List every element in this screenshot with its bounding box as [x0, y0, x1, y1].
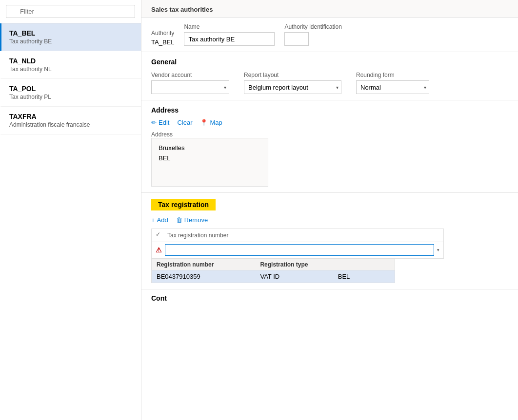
dropdown-row[interactable]: BE0437910359 VAT ID BEL: [152, 270, 395, 283]
clear-link[interactable]: Clear: [177, 119, 192, 126]
tax-reg-number-header: Tax registration number: [165, 231, 439, 240]
rounding-form-label: Rounding form: [356, 72, 429, 78]
address-box: Bruxelles BEL: [151, 138, 268, 187]
general-fields: Vendor account ▾ Report layout Belgium r…: [151, 72, 508, 94]
tax-reg-table: ✓ Tax registration number ⚠ ▾: [151, 229, 444, 259]
general-section: General Vendor account ▾ Report layout B…: [141, 52, 518, 100]
clear-label: Clear: [177, 119, 192, 126]
sidebar-item-ta-pol-title: TA_POL: [9, 85, 133, 93]
add-label: Add: [157, 216, 168, 224]
auth-id-label: Authority identification: [284, 23, 341, 30]
vendor-account-wrapper: ▾: [151, 80, 229, 94]
edit-label: Edit: [159, 119, 169, 126]
tax-reg-dropdown: Registration number Registration type BE…: [151, 259, 395, 283]
address-label: Address: [151, 131, 508, 138]
sidebar-item-taxfra-title: TAXFRA: [9, 113, 133, 120]
general-title: General: [151, 58, 508, 66]
dropdown-col-reg-type: Registration type: [260, 261, 338, 268]
sidebar: 🔍 TA_BEL Tax authority BE TA_NLD Tax aut…: [0, 0, 141, 420]
tax-reg-input-row: ⚠ ▾: [152, 242, 443, 258]
rounding-form-select[interactable]: Normal Downward Upward: [356, 80, 429, 94]
sidebar-item-ta-bel-title: TA_BEL: [9, 29, 133, 37]
map-icon: 📍: [200, 119, 208, 126]
address-title: Address: [151, 106, 508, 114]
name-label: Name: [184, 23, 275, 30]
sidebar-item-ta-nld-subtitle: Tax authority NL: [9, 66, 133, 73]
map-label: Map: [210, 119, 222, 126]
name-field: Name: [184, 23, 275, 46]
sidebar-item-ta-pol[interactable]: TA_POL Tax authority PL: [0, 79, 141, 107]
report-layout-label: Report layout: [244, 72, 341, 78]
report-layout-wrapper: Belgium report layout Standard Dutch rep…: [244, 80, 341, 94]
report-layout-field: Report layout Belgium report layout Stan…: [244, 72, 341, 94]
sidebar-item-ta-bel[interactable]: TA_BEL Tax authority BE: [0, 23, 141, 51]
main-content: Sales tax authorities Authority TA_BEL N…: [141, 0, 518, 420]
vendor-account-select[interactable]: [151, 80, 229, 94]
authority-label: Authority: [151, 30, 174, 37]
sidebar-item-taxfra-subtitle: Administration fiscale francaise: [9, 121, 133, 128]
rounding-form-wrapper: Normal Downward Upward ▾: [356, 80, 429, 94]
auth-id-input[interactable]: [284, 32, 309, 46]
dropdown-col-reg-number: Registration number: [157, 261, 260, 268]
address-line2: BEL: [159, 153, 261, 164]
remove-link[interactable]: 🗑 Remove: [176, 216, 208, 224]
filter-input[interactable]: [6, 5, 135, 18]
vendor-account-label: Vendor account: [151, 72, 229, 78]
tax-reg-actions: + Add 🗑 Remove: [151, 216, 508, 224]
dropdown-row-reg-number: BE0437910359: [157, 273, 260, 280]
vendor-account-field: Vendor account ▾: [151, 72, 229, 94]
tax-reg-table-header: ✓ Tax registration number: [152, 229, 443, 242]
map-link[interactable]: 📍 Map: [200, 119, 222, 126]
authority-row: Authority TA_BEL Name Authority identifi…: [141, 18, 518, 52]
sidebar-item-ta-pol-subtitle: Tax authority PL: [9, 94, 133, 100]
sidebar-item-ta-nld-title: TA_NLD: [9, 57, 133, 65]
check-col-header: ✓: [156, 231, 165, 240]
remove-label: Remove: [184, 216, 208, 224]
address-actions: ✏ Edit Clear 📍 Map: [151, 119, 508, 126]
authority-field: Authority TA_BEL: [151, 30, 174, 46]
sidebar-item-ta-bel-subtitle: Tax authority BE: [9, 38, 133, 45]
address-section: Address ✏ Edit Clear 📍 Map Address Bruxe…: [141, 100, 518, 193]
tax-registration-tab: Tax registration: [151, 199, 216, 210]
edit-icon: ✏: [151, 119, 157, 126]
address-line1: Bruxelles: [159, 143, 261, 153]
add-link[interactable]: + Add: [151, 216, 168, 224]
dropdown-col-extra: [338, 261, 390, 268]
tax-registration-section: Tax registration + Add 🗑 Remove ✓ Tax re…: [141, 193, 518, 289]
filter-wrapper: 🔍: [6, 5, 135, 18]
report-layout-select[interactable]: Belgium report layout Standard Dutch rep…: [244, 80, 341, 94]
authority-value: TA_BEL: [151, 38, 174, 46]
edit-link[interactable]: ✏ Edit: [151, 119, 169, 126]
tax-reg-number-input[interactable]: [165, 244, 434, 256]
add-icon: +: [151, 216, 155, 224]
tax-reg-input-chevron: ▾: [437, 248, 439, 252]
dropdown-row-reg-type: VAT ID: [260, 273, 338, 280]
dropdown-row-extra: BEL: [338, 273, 390, 280]
sidebar-item-taxfra[interactable]: TAXFRA Administration fiscale francaise: [0, 107, 141, 134]
auth-id-field: Authority identification: [284, 23, 341, 46]
warning-icon: ⚠: [156, 246, 162, 254]
dropdown-header: Registration number Registration type: [152, 259, 395, 270]
name-input[interactable]: [184, 32, 275, 46]
remove-icon: 🗑: [176, 216, 182, 224]
rounding-form-field: Rounding form Normal Downward Upward ▾: [356, 72, 429, 94]
sidebar-item-ta-nld[interactable]: TA_NLD Tax authority NL: [0, 51, 141, 79]
filter-box: 🔍: [0, 0, 141, 23]
cont-label: Cont: [141, 289, 518, 307]
section-title: Sales tax authorities: [141, 0, 518, 18]
